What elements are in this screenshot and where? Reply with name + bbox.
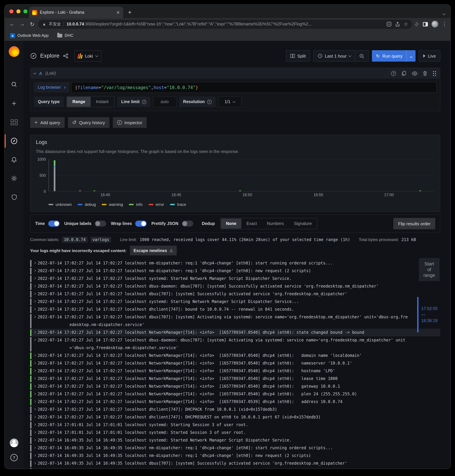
expand-chevron-icon[interactable] (33, 331, 36, 333)
log-row[interactable]: 2022-07-14 17:02:27 Jul 14 17:02:27 loca… (30, 298, 440, 306)
tab-search-chevron-icon[interactable] (443, 10, 445, 16)
expand-chevron-icon[interactable] (33, 316, 36, 318)
log-row[interactable]: 2022-07-14 17:02:27 Jul 14 17:02:27 loca… (30, 313, 440, 329)
bookmark-dhc-folder[interactable]: DHC (57, 33, 73, 38)
reload-button[interactable]: ↻ (28, 21, 36, 27)
extension-icon[interactable] (414, 22, 419, 27)
line-limit-input[interactable]: auto (153, 97, 176, 107)
info-icon[interactable]: i (207, 100, 211, 104)
datasource-picker[interactable]: Loki (74, 50, 101, 62)
share-alt-icon[interactable] (63, 53, 68, 59)
expand-chevron-icon[interactable] (33, 447, 36, 449)
log-row[interactable]: 2022-07-14 17:01:01 Jul 14 17:01:01 loca… (30, 429, 440, 436)
address-bar[interactable]: ▲ 不安全 10.0.0.74:3000/explore?orgId=1&lef… (38, 20, 412, 29)
zoom-out-button[interactable] (355, 50, 369, 62)
expand-chevron-icon[interactable] (33, 462, 36, 464)
log-row[interactable]: 2022-07-14 17:02:27 Jul 14 17:02:27 loca… (30, 360, 440, 367)
dedup-option-numbers[interactable]: Numbers (262, 218, 289, 229)
collapse-chevron-icon[interactable] (33, 72, 36, 74)
expand-chevron-icon[interactable] (33, 300, 36, 303)
dedup-option-signature[interactable]: Signature (289, 218, 317, 229)
sidebar-item-configuration[interactable] (5, 174, 24, 183)
help-icon[interactable]: ? (10, 454, 18, 461)
dedup-option-none[interactable]: None (221, 218, 241, 229)
query-type-instant[interactable]: Instant (90, 97, 114, 107)
minimize-window-button[interactable] (16, 9, 20, 13)
expand-chevron-icon[interactable] (33, 285, 36, 287)
duplicate-query-icon[interactable] (401, 71, 406, 76)
toggle-switch[interactable] (48, 221, 60, 227)
resolution-select[interactable]: 1/1 (218, 97, 242, 107)
chart-bar[interactable] (94, 190, 95, 191)
expand-chevron-icon[interactable] (33, 400, 36, 403)
browser-menu-icon[interactable]: ⋮ (442, 21, 447, 27)
chart-plot-area[interactable] (49, 159, 435, 192)
log-row[interactable]: 2022-07-14 17:02:27 Jul 14 17:02:27 loca… (30, 290, 440, 298)
expand-chevron-icon[interactable] (33, 293, 36, 295)
bookmark-outlook[interactable]: o Outlook Web App (10, 33, 49, 38)
share-icon[interactable] (395, 22, 400, 27)
log-row[interactable]: 2022-07-14 17:02:27 Jul 14 17:02:27 loca… (30, 413, 440, 421)
expand-chevron-icon[interactable] (33, 431, 36, 434)
log-row[interactable]: 2022-07-14 17:02:27 Jul 14 17:02:27 loca… (30, 329, 440, 336)
log-row[interactable]: 2022-07-14 17:02:27 Jul 14 17:02:27 loca… (30, 267, 440, 275)
log-row[interactable]: 2022-07-14 17:02:27 Jul 14 17:02:27 loca… (30, 352, 440, 360)
log-row[interactable]: 2022-07-14 17:02:27 Jul 14 17:02:27 loca… (30, 375, 440, 383)
add-query-button[interactable]: + Add query (30, 117, 65, 128)
log-row[interactable]: 2022-07-14 17:02:27 Jul 14 17:02:27 loca… (30, 383, 440, 390)
translate-icon[interactable]: A (387, 22, 391, 26)
log-row[interactable]: 2022-07-14 17:01:01 Jul 14 17:01:01 loca… (30, 421, 440, 429)
legend-item-debug[interactable]: debug (78, 202, 96, 207)
query-expression-input[interactable]: {filename="/var/log/messages",host="10.0… (71, 82, 437, 93)
chart-bar[interactable] (79, 190, 81, 191)
expand-chevron-icon[interactable] (33, 277, 36, 280)
toggle-switch[interactable] (95, 221, 106, 227)
expand-chevron-icon[interactable] (33, 408, 36, 410)
toggle-wrap-lines[interactable]: Wrap lines (111, 221, 147, 227)
log-row[interactable]: 2022-07-14 16:49:35 Jul 14 16:49:35 loca… (30, 452, 440, 460)
expand-chevron-icon[interactable] (33, 377, 36, 379)
log-row[interactable]: 2022-07-14 16:49:35 Jul 14 16:49:35 loca… (30, 460, 440, 467)
expand-chevron-icon[interactable] (33, 423, 36, 426)
legend-item-trace[interactable]: trace (170, 202, 186, 207)
new-tab-button[interactable]: + (128, 8, 132, 17)
tab-close-icon[interactable]: ✕ (116, 10, 120, 15)
inspector-button[interactable]: i Inspector (113, 117, 147, 128)
expand-chevron-icon[interactable] (33, 439, 36, 441)
toggle-unique-labels[interactable]: Unique labels (64, 221, 106, 227)
toggle-time[interactable]: Time (35, 221, 60, 227)
sidebar-item-server-admin[interactable] (5, 193, 24, 202)
sidebar-item-dashboards[interactable] (5, 118, 24, 127)
forward-button[interactable]: → (18, 21, 26, 27)
side-panel-icon[interactable] (423, 22, 428, 26)
disable-query-eye-icon[interactable] (412, 71, 417, 75)
expand-chevron-icon[interactable] (33, 385, 36, 387)
log-browser-button[interactable]: Log browser (34, 82, 69, 93)
legend-item-error[interactable]: error (149, 202, 164, 207)
log-row[interactable]: 2022-07-14 17:02:27 Jul 14 17:02:27 loca… (30, 306, 440, 313)
log-row[interactable]: 2022-07-14 17:02:27 Jul 14 17:02:27 loca… (30, 398, 440, 406)
toggle-switch[interactable] (182, 221, 193, 227)
chart-bar[interactable] (54, 160, 56, 191)
expand-chevron-icon[interactable] (33, 393, 36, 395)
info-icon[interactable]: i (142, 100, 146, 104)
run-query-dropdown[interactable] (407, 53, 415, 58)
log-row[interactable]: 2022-07-14 17:02:27 Jul 14 17:02:27 loca… (30, 336, 440, 352)
drag-handle-icon[interactable] (433, 71, 437, 76)
expand-chevron-icon[interactable] (33, 416, 36, 418)
live-button[interactable]: Live (419, 50, 440, 62)
log-row[interactable]: 2022-07-14 16:49:35 Jul 14 16:49:35 loca… (30, 444, 440, 452)
browser-tab[interactable]: Explore - Loki - Grafana ✕ (29, 7, 123, 18)
bookmark-star-icon[interactable]: ☆ (404, 21, 408, 27)
flip-results-order-button[interactable]: Flip results order (393, 218, 435, 229)
log-row[interactable]: 2022-07-14 16:49:35 Jul 14 16:49:35 loca… (30, 467, 440, 469)
sidebar-item-explore[interactable] (5, 137, 24, 145)
expand-chevron-icon[interactable] (33, 362, 36, 364)
legend-item-warning[interactable]: warning (102, 202, 123, 207)
log-row[interactable]: 2022-07-14 17:02:27 Jul 14 17:02:27 loca… (30, 259, 440, 267)
expand-chevron-icon[interactable] (33, 454, 36, 457)
start-of-range-button[interactable]: Start of range (419, 258, 440, 281)
log-row[interactable]: 2022-07-14 17:02:27 Jul 14 17:02:27 loca… (30, 282, 440, 290)
chart-bar[interactable] (420, 190, 421, 191)
log-row[interactable]: 2022-07-14 17:02:27 Jul 14 17:02:27 loca… (30, 367, 440, 375)
